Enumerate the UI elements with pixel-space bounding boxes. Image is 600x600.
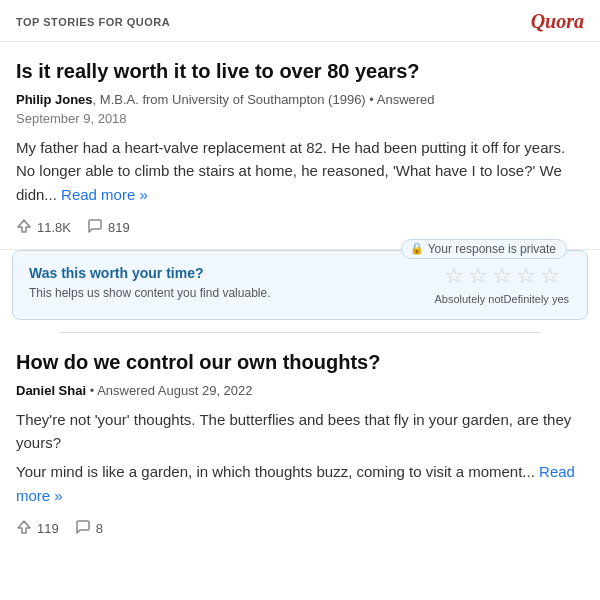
top-bar-label: TOP STORIES FOR QUORA — [16, 16, 170, 28]
article-1-credentials: , M.B.A. from University of Southampton … — [93, 92, 435, 107]
article-2-body-2: Your mind is like a garden, in which tho… — [16, 460, 584, 507]
rating-private-badge: 🔒 Your response is private — [401, 239, 567, 259]
article-2: How do we control our own thoughts? Dani… — [0, 333, 600, 550]
rating-question: Was this worth your time? — [29, 265, 432, 281]
rating-right: ☆ ☆ ☆ ☆ ☆ Absolutely not Definitely yes — [432, 263, 571, 305]
label-right: Definitely yes — [504, 293, 569, 305]
comment-icon-2 — [75, 519, 91, 538]
top-bar: TOP STORIES FOR QUORA Quora — [0, 0, 600, 42]
article-2-author[interactable]: Daniel Shai — [16, 383, 86, 398]
rating-content: Was this worth your time? This helps us … — [29, 263, 571, 305]
star-2[interactable]: ☆ — [468, 263, 488, 289]
article-2-body-1: They're not 'your' thoughts. The butterf… — [16, 408, 584, 455]
stars-labels: Absolutely not Definitely yes — [432, 293, 571, 305]
stars-row[interactable]: ☆ ☆ ☆ ☆ ☆ — [444, 263, 560, 289]
star-5[interactable]: ☆ — [540, 263, 560, 289]
upvote-icon — [16, 218, 32, 237]
article-2-stats: 119 8 — [16, 519, 584, 538]
article-1-upvotes[interactable]: 11.8K — [16, 218, 71, 237]
article-1-meta: Philip Jones, M.B.A. from University of … — [16, 92, 584, 107]
article-1-comment-count: 819 — [108, 220, 130, 235]
label-left: Absolutely not — [434, 293, 503, 305]
article-2-upvotes[interactable]: 119 — [16, 519, 59, 538]
article-2-comments[interactable]: 8 — [75, 519, 103, 538]
quora-logo: Quora — [531, 10, 584, 33]
article-1-date: September 9, 2018 — [16, 111, 584, 126]
star-1[interactable]: ☆ — [444, 263, 464, 289]
upvote-icon-2 — [16, 519, 32, 538]
article-1-stats: 11.8K 819 — [16, 218, 584, 237]
comment-icon — [87, 218, 103, 237]
article-1-read-more[interactable]: Read more » — [61, 186, 148, 203]
article-2-upvote-count: 119 — [37, 521, 59, 536]
rating-card: 🔒 Your response is private Was this wort… — [12, 250, 588, 320]
lock-icon: 🔒 — [410, 242, 424, 255]
rating-left: Was this worth your time? This helps us … — [29, 265, 432, 302]
article-1-comments[interactable]: 819 — [87, 218, 130, 237]
article-1-body: My father had a heart-valve replacement … — [16, 136, 584, 206]
rating-description: This helps us show content you find valu… — [29, 285, 432, 302]
article-1-title[interactable]: Is it really worth it to live to over 80… — [16, 58, 584, 84]
article-1: Is it really worth it to live to over 80… — [0, 42, 600, 250]
article-1-author[interactable]: Philip Jones — [16, 92, 93, 107]
article-2-title[interactable]: How do we control our own thoughts? — [16, 349, 584, 375]
article-2-meta-text: • Answered August 29, 2022 — [86, 383, 252, 398]
star-3[interactable]: ☆ — [492, 263, 512, 289]
article-2-meta: Daniel Shai • Answered August 29, 2022 — [16, 383, 584, 398]
article-1-upvote-count: 11.8K — [37, 220, 71, 235]
star-4[interactable]: ☆ — [516, 263, 536, 289]
article-2-comment-count: 8 — [96, 521, 103, 536]
